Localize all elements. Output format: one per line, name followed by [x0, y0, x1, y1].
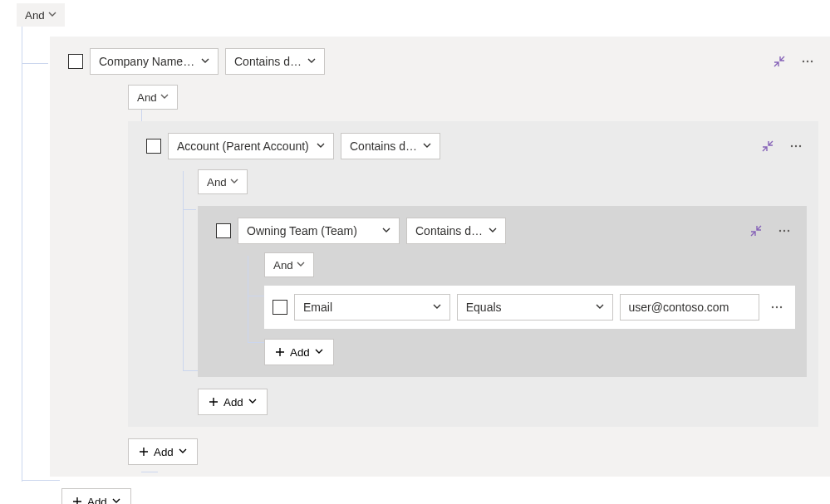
related-entity-block-1: Company Name (Accou... Contains data And — [50, 37, 830, 477]
operator-label: Contains data — [415, 224, 484, 237]
chevron-down-icon — [433, 303, 441, 311]
plus-icon — [275, 347, 285, 357]
field-label: Account (Parent Account) — [177, 139, 309, 153]
more-options-icon[interactable] — [774, 220, 795, 242]
chevron-down-icon — [230, 178, 238, 186]
more-options-icon[interactable] — [785, 135, 807, 157]
group-operator-lvl1[interactable]: And — [128, 85, 178, 110]
collapse-icon[interactable] — [769, 51, 790, 72]
collapse-icon[interactable] — [745, 220, 767, 242]
group-operator-label: And — [273, 259, 293, 272]
field-label: Owning Team (Team) — [247, 224, 357, 237]
condition-value-input[interactable]: user@contoso.com — [620, 294, 760, 321]
chevron-down-icon — [423, 142, 431, 150]
chevron-down-icon — [201, 57, 209, 66]
group-operator-lvl2[interactable]: And — [198, 169, 248, 194]
operator-label: Equals — [466, 301, 502, 314]
operator-select-lvl1[interactable]: Contains data — [225, 48, 325, 75]
add-label: Add — [87, 496, 107, 505]
chevron-down-icon — [297, 261, 305, 269]
field-select-lvl2[interactable]: Account (Parent Account) — [168, 133, 334, 159]
operator-select-lvl2[interactable]: Contains data — [341, 133, 440, 159]
chevron-down-icon — [248, 398, 257, 406]
group-operator-label: And — [207, 176, 227, 188]
operator-label: Contains data — [350, 139, 418, 153]
collapse-icon[interactable] — [757, 135, 778, 157]
row-checkbox[interactable] — [68, 54, 83, 69]
chevron-down-icon — [160, 93, 169, 101]
field-label: Email — [303, 301, 332, 314]
group-operator-root[interactable]: And — [17, 3, 65, 27]
related-entity-block-3: Owning Team (Team) Contains data — [198, 206, 807, 377]
plus-icon — [209, 397, 219, 407]
plus-icon — [72, 497, 82, 504]
add-button-lvl2[interactable]: Add — [198, 389, 268, 415]
row-checkbox[interactable] — [273, 300, 287, 315]
chevron-down-icon — [315, 348, 323, 356]
add-label: Add — [154, 446, 174, 458]
add-button-lvl1[interactable]: Add — [128, 438, 198, 465]
value-text: user@contoso.com — [629, 301, 729, 314]
group-operator-lvl3[interactable]: And — [264, 252, 314, 277]
group-operator-label: And — [137, 91, 157, 104]
field-label: Company Name (Accou... — [99, 55, 196, 68]
chevron-down-icon — [382, 227, 390, 235]
row-checkbox[interactable] — [146, 139, 161, 154]
condition-operator-select[interactable]: Equals — [457, 294, 613, 321]
plus-icon — [139, 447, 149, 457]
add-label: Add — [290, 346, 310, 359]
row-checkbox[interactable] — [216, 223, 231, 238]
chevron-down-icon — [112, 497, 120, 504]
add-label: Add — [223, 396, 243, 409]
chevron-down-icon — [596, 303, 604, 311]
condition-field-select[interactable]: Email — [294, 294, 450, 321]
operator-label: Contains data — [234, 55, 302, 68]
chevron-down-icon — [489, 227, 497, 235]
chevron-down-icon — [307, 57, 316, 66]
operator-select-lvl3[interactable]: Contains data — [406, 218, 506, 244]
field-select-lvl3[interactable]: Owning Team (Team) — [238, 218, 400, 244]
more-options-icon[interactable] — [766, 296, 787, 318]
add-button-root[interactable]: Add — [61, 488, 131, 504]
related-entity-block-2: Account (Parent Account) Contains data — [128, 121, 818, 427]
group-operator-label: And — [25, 9, 45, 22]
more-options-icon[interactable] — [797, 51, 818, 72]
add-button-lvl3[interactable]: Add — [264, 339, 334, 365]
chevron-down-icon — [179, 448, 187, 456]
chevron-down-icon — [48, 11, 56, 19]
condition-row: Email Equals user@contoso. — [264, 286, 795, 329]
field-select-lvl1[interactable]: Company Name (Accou... — [90, 48, 219, 75]
chevron-down-icon — [317, 142, 325, 150]
